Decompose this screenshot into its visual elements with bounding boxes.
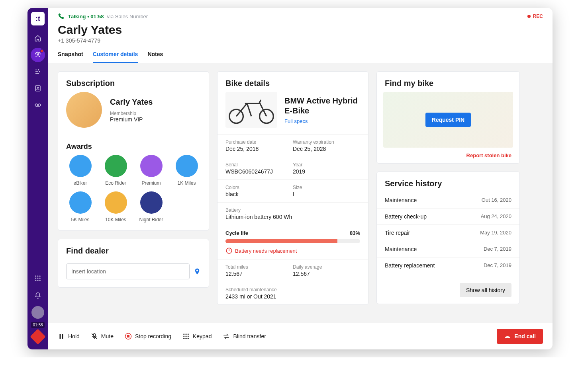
mute-button[interactable]: Mute xyxy=(91,333,114,340)
bike-details-card: Bike details BMW Active Hybrid E-Bike Fu… xyxy=(217,71,368,305)
svg-point-6 xyxy=(38,104,41,106)
full-specs-link[interactable]: Full specs xyxy=(284,118,360,124)
service-date: Out 16, 2020 xyxy=(482,197,511,203)
svg-point-24 xyxy=(185,333,186,335)
award-item: eBiker xyxy=(65,155,95,186)
svg-point-4 xyxy=(37,87,39,88)
svg-point-29 xyxy=(183,338,184,339)
tab-customer-details[interactable]: Customer details xyxy=(93,51,138,63)
svg-rect-22 xyxy=(127,335,129,337)
transfer-icon xyxy=(223,333,230,340)
find-dealer-title: Find dealer xyxy=(58,239,209,259)
year-label: Year xyxy=(293,162,360,168)
award-item: Eco Rider xyxy=(101,155,131,186)
svg-point-30 xyxy=(185,338,186,339)
award-badge-icon xyxy=(176,155,198,177)
sidebar-call-timer: 01:58 xyxy=(31,322,44,328)
recording-badge: REC xyxy=(527,14,543,19)
service-row[interactable]: Battery check-upAug 24, 2020 xyxy=(377,208,519,224)
stop-recording-button[interactable]: Stop recording xyxy=(125,333,171,340)
end-call-button[interactable]: End call xyxy=(497,329,543,344)
find-my-bike-card: Find my bike Request PIN Report stolen b… xyxy=(376,71,520,164)
request-pin-button[interactable]: Request PIN xyxy=(425,113,471,127)
hold-button[interactable]: Hold xyxy=(58,333,80,340)
customer-phone: +1 305-574-4779 xyxy=(58,37,543,44)
award-badge-icon xyxy=(105,155,127,177)
battery-warning: Battery needs replacement xyxy=(235,248,297,254)
svg-rect-20 xyxy=(62,334,63,339)
service-history-card: Service history MaintenanceOut 16, 2020B… xyxy=(376,172,520,304)
award-label: Premium xyxy=(141,180,161,186)
app-logo[interactable]: :t xyxy=(31,12,45,25)
svg-point-1 xyxy=(38,70,39,70)
service-row[interactable]: Battery replacementDec 7, 2019 xyxy=(377,257,519,273)
subscription-customer-name: Carly Yates xyxy=(110,98,153,107)
blind-transfer-button[interactable]: Blind transfer xyxy=(223,333,266,340)
svg-point-28 xyxy=(188,336,189,337)
svg-point-13 xyxy=(35,280,36,281)
award-badge-icon xyxy=(105,191,127,214)
purchase-date-label: Purchase date xyxy=(225,139,293,145)
service-date: May 19, 2020 xyxy=(480,230,511,236)
svg-rect-19 xyxy=(60,334,61,339)
award-badge-icon xyxy=(69,155,92,177)
find-my-bike-title: Find my bike xyxy=(377,72,519,92)
award-label: eBiker xyxy=(73,180,87,186)
nav-agent-icon[interactable] xyxy=(31,48,45,62)
cycle-life-bar xyxy=(225,239,360,243)
svg-point-27 xyxy=(185,336,186,337)
keypad-button[interactable]: Keypad xyxy=(182,333,212,340)
tab-snapshot[interactable]: Snapshot xyxy=(58,51,83,63)
award-label: Eco Rider xyxy=(105,180,126,186)
award-label: Night Rider xyxy=(139,217,163,222)
mic-off-icon xyxy=(91,333,98,340)
award-item: Premium xyxy=(136,155,166,186)
call-via: via Sales Number xyxy=(107,14,148,20)
service-date: Dec 7, 2019 xyxy=(484,246,511,252)
svg-point-15 xyxy=(39,280,41,281)
total-miles-value: 12.567 xyxy=(225,271,293,277)
subscription-card: Subscription Carly Yates Membership Prem… xyxy=(58,71,209,231)
scheduled-maintenance-label: Scheduled maintenance xyxy=(225,287,360,293)
nav-voicemail-icon[interactable] xyxy=(31,98,45,112)
svg-point-25 xyxy=(188,333,189,335)
service-row[interactable]: Tire repairMay 19, 2020 xyxy=(377,224,519,241)
svg-point-2 xyxy=(39,71,40,72)
cycle-life-pct: 83% xyxy=(350,230,360,236)
nav-contacts-icon[interactable] xyxy=(31,81,45,96)
svg-point-7 xyxy=(35,275,36,277)
bike-location-map[interactable]: Request PIN xyxy=(383,92,513,148)
service-row[interactable]: MaintenanceOut 16, 2020 xyxy=(377,192,519,208)
nav-notifications-icon[interactable] xyxy=(31,289,45,303)
service-row[interactable]: MaintenanceDec 7, 2019 xyxy=(377,241,519,257)
tab-notes[interactable]: Notes xyxy=(147,51,163,63)
service-name: Tire repair xyxy=(385,230,410,236)
pause-icon xyxy=(58,333,65,340)
membership-value: Premium VIP xyxy=(110,116,153,123)
cycle-life-label: Cycle life xyxy=(225,230,248,236)
dealer-location-input[interactable] xyxy=(66,263,190,279)
svg-point-31 xyxy=(188,338,189,339)
phone-active-icon xyxy=(58,13,65,20)
serial-label: Serial xyxy=(225,162,293,168)
warranty-value: Dec 25, 2028 xyxy=(293,146,360,152)
hangup-icon xyxy=(504,333,511,340)
warranty-label: Warranty expiration xyxy=(293,139,360,145)
user-avatar[interactable] xyxy=(31,306,44,319)
nav-queue-icon[interactable] xyxy=(31,64,45,79)
nav-apps-icon[interactable] xyxy=(31,271,45,285)
svg-point-9 xyxy=(39,275,41,277)
call-status: Talking xyxy=(68,14,86,20)
award-item: 5K Miles xyxy=(65,191,95,222)
show-all-history-button[interactable]: Show all history xyxy=(460,283,511,297)
svg-point-23 xyxy=(183,333,184,335)
active-call-indicator-icon[interactable] xyxy=(30,329,46,345)
nav-home-icon[interactable] xyxy=(31,31,45,45)
find-dealer-card: Find dealer xyxy=(58,239,209,288)
location-pin-icon[interactable] xyxy=(194,268,201,275)
award-label: 1K Miles xyxy=(177,180,196,186)
service-name: Maintenance xyxy=(385,246,417,252)
award-label: 5K Miles xyxy=(71,217,89,222)
report-stolen-link[interactable]: Report stolen bike xyxy=(377,148,519,163)
awards-title: Awards xyxy=(58,136,209,155)
